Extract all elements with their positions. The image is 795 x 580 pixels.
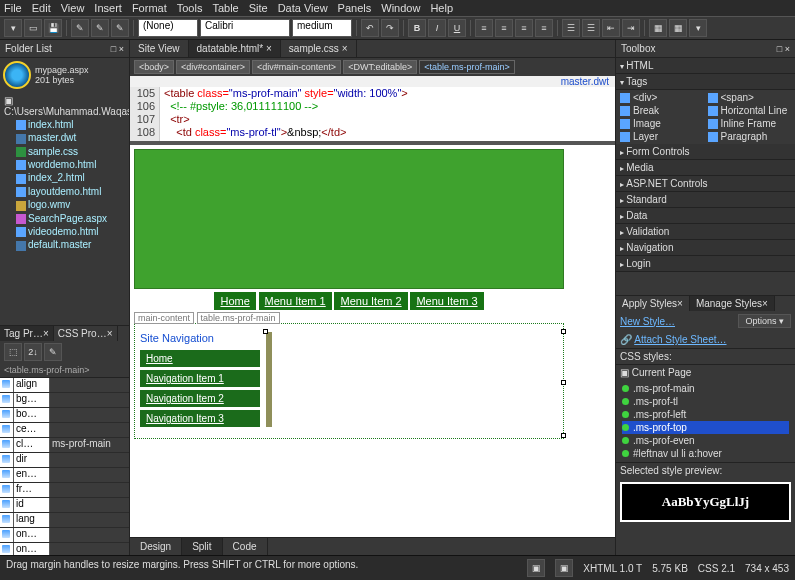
current-page-header[interactable]: ▣ Current Page [616,364,795,380]
menu-tools[interactable]: Tools [177,2,203,14]
menu-file[interactable]: File [4,2,22,14]
tool-btn[interactable]: ✎ [111,19,129,37]
outdent-button[interactable]: ⇤ [602,19,620,37]
italic-button[interactable]: I [428,19,446,37]
bold-button[interactable]: B [408,19,426,37]
styles-tab[interactable]: Apply Styles × [616,296,690,311]
indent-button[interactable]: ⇥ [622,19,640,37]
toolbox-item[interactable]: Image [620,118,704,129]
document-tab[interactable]: datatable.html* × [189,40,281,57]
file-item[interactable]: index_2.html [2,171,127,184]
styles-tab[interactable]: Manage Styles × [690,296,775,311]
file-item[interactable]: videodemo.html [2,225,127,238]
close-icon[interactable]: × [266,43,272,54]
toolbox-item[interactable]: <span> [708,92,792,103]
property-row[interactable]: bo… [0,408,129,423]
menu-link[interactable]: Home [214,292,255,310]
file-item[interactable]: default.master [2,238,127,251]
toolbox-group[interactable]: Navigation [616,240,795,256]
menu-window[interactable]: Window [381,2,420,14]
property-row[interactable]: en… [0,468,129,483]
nav-link[interactable]: Navigation Item 3 [140,410,260,427]
menu-help[interactable]: Help [430,2,453,14]
options-button[interactable]: Options ▾ [738,314,791,328]
css-rule-item[interactable]: .ms-prof-top [622,421,789,434]
font-select[interactable]: Calibri [200,19,290,37]
css-rule-item[interactable]: .ms-prof-left [622,408,789,421]
property-row[interactable]: on… [0,543,129,555]
file-item[interactable]: index.html [2,118,127,131]
nav-link[interactable]: Navigation Item 1 [140,370,260,387]
toolbox-group[interactable]: Form Controls [616,144,795,160]
css-rule-item[interactable]: .ms-prof-tl [622,395,789,408]
file-item[interactable]: SearchPage.aspx [2,212,127,225]
folder-root[interactable]: ▣ C:\Users\Muhammad.Waqas [2,94,127,118]
property-row[interactable]: fr… [0,483,129,498]
property-row[interactable]: bg… [0,393,129,408]
file-item[interactable]: logo.wmv [2,198,127,211]
tool-btn[interactable]: ✎ [91,19,109,37]
attach-stylesheet-link[interactable]: Attach Style Sheet… [634,334,726,345]
list-button[interactable]: ☰ [582,19,600,37]
code-pane[interactable]: 105106107108 <table class="ms-prof-main"… [130,87,615,145]
property-row[interactable]: ce… [0,423,129,438]
status-icon[interactable]: ▣ [527,559,545,577]
table-button[interactable]: ▦ [669,19,687,37]
toolbox-group[interactable]: Data [616,208,795,224]
view-tab-design[interactable]: Design [130,538,182,555]
menu-view[interactable]: View [61,2,85,14]
design-pane[interactable]: Home Menu Item 1 Menu Item 2 Menu Item 3… [130,145,615,537]
editable-region[interactable]: Site Navigation HomeNavigation Item 1Nav… [134,323,564,439]
border-button[interactable]: ▦ [649,19,667,37]
toolbox-group[interactable]: Tags [616,74,795,90]
toolbox-group[interactable]: Login [616,256,795,272]
breadcrumb-item[interactable]: <table.ms-prof-main> [419,60,515,74]
menu-edit[interactable]: Edit [32,2,51,14]
breadcrumb-item[interactable]: <div#main-content> [252,60,341,74]
new-button[interactable]: ▾ [4,19,22,37]
property-row[interactable]: on… [0,528,129,543]
document-tab[interactable]: Site View [130,40,189,57]
tag-tool-btn[interactable]: 2↓ [24,343,42,361]
menu-link[interactable]: Menu Item 1 [259,292,332,310]
open-button[interactable]: ▭ [24,19,42,37]
css-rule-item[interactable]: .ms-prof-even [622,434,789,447]
toolbox-group[interactable]: HTML [616,58,795,74]
file-item[interactable]: sample.css [2,145,127,158]
align-justify-button[interactable]: ≡ [535,19,553,37]
file-item[interactable]: worddemo.html [2,158,127,171]
toolbox-item[interactable]: <div> [620,92,704,103]
toolbox-group[interactable]: Standard [616,192,795,208]
toolbox-item[interactable]: Horizontal Line [708,105,792,116]
undo-button[interactable]: ↶ [361,19,379,37]
property-row[interactable]: align [0,378,129,393]
tag-tool-btn[interactable]: ✎ [44,343,62,361]
toolbox-item[interactable]: Layer [620,131,704,142]
menu-panels[interactable]: Panels [338,2,372,14]
menu-insert[interactable]: Insert [94,2,122,14]
property-row[interactable]: lang [0,513,129,528]
view-tab-code[interactable]: Code [223,538,268,555]
align-left-button[interactable]: ≡ [475,19,493,37]
toolbox-item[interactable]: Inline Frame [708,118,792,129]
breadcrumb-item[interactable]: <body> [134,60,174,74]
menu-link[interactable]: Menu Item 2 [334,292,407,310]
toolbox-group[interactable]: ASP.NET Controls [616,176,795,192]
align-center-button[interactable]: ≡ [495,19,513,37]
tag-tool-btn[interactable]: ⬚ [4,343,22,361]
nav-link[interactable]: Navigation Item 2 [140,390,260,407]
breadcrumb-item[interactable]: <DWT:editable> [343,60,417,74]
menu-site[interactable]: Site [249,2,268,14]
breadcrumb-item[interactable]: <div#container> [176,60,250,74]
property-row[interactable]: cl…ms-prof-main [0,438,129,453]
close-icon[interactable]: □ × [777,44,790,54]
menu-table[interactable]: Table [212,2,238,14]
close-icon[interactable]: □ × [111,44,124,54]
more-button[interactable]: ▾ [689,19,707,37]
toolbox-group[interactable]: Validation [616,224,795,240]
new-style-link[interactable]: New Style… [620,316,675,327]
property-row[interactable]: dir [0,453,129,468]
folder-tree[interactable]: ▣ C:\Users\Muhammad.Waqas index.htmlmast… [0,92,129,325]
css-rule-item[interactable]: .ms-prof-main [622,382,789,395]
underline-button[interactable]: U [448,19,466,37]
